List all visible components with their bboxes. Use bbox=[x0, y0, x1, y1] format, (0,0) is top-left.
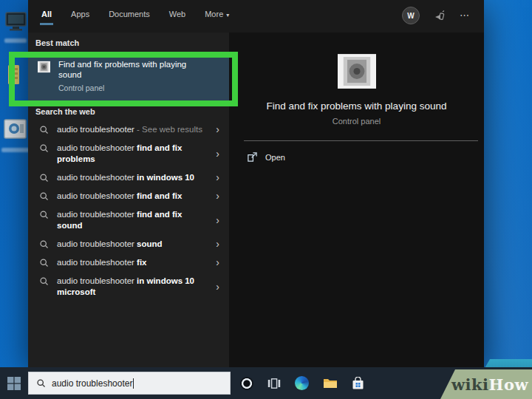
taskbar-icons bbox=[240, 376, 364, 390]
suggestion-text: audio troubleshooter find and fix proble… bbox=[57, 143, 205, 165]
chevron-right-icon[interactable]: › bbox=[216, 282, 219, 293]
watermark-wiki-text: wiki bbox=[451, 375, 489, 394]
chevron-right-icon[interactable]: › bbox=[216, 172, 219, 183]
chevron-right-icon[interactable]: › bbox=[216, 149, 219, 160]
chevron-right-icon[interactable]: › bbox=[216, 239, 219, 250]
suggestion-text: audio troubleshooter fix bbox=[57, 257, 205, 268]
user-avatar[interactable]: W bbox=[402, 7, 420, 24]
search-the-web-header: Search the web bbox=[35, 107, 95, 116]
microsoft-store-icon[interactable] bbox=[352, 377, 364, 390]
edge-browser-icon[interactable] bbox=[295, 376, 309, 390]
chevron-right-icon[interactable]: › bbox=[216, 257, 219, 268]
suggestion-text: audio troubleshooter find and fix bbox=[57, 191, 205, 202]
text-cursor bbox=[133, 378, 134, 389]
search-icon bbox=[39, 191, 49, 201]
feedback-icon[interactable] bbox=[434, 10, 446, 21]
suggestion-text: audio troubleshooter in windows 10 micro… bbox=[57, 276, 205, 298]
icon-label-smudge bbox=[1, 148, 30, 152]
best-match-header: Best match bbox=[35, 38, 79, 47]
suggestion-completion: fix bbox=[137, 258, 146, 267]
search-icon bbox=[39, 125, 49, 134]
tab-apps-label: Apps bbox=[71, 10, 89, 18]
suggestion-text: audio troubleshooter sound bbox=[57, 239, 205, 250]
tab-documents-label: Documents bbox=[109, 10, 150, 18]
search-icon bbox=[39, 143, 49, 153]
open-icon bbox=[247, 151, 258, 163]
icon-label-smudge bbox=[4, 38, 27, 43]
best-match-subtitle: Control panel bbox=[58, 83, 210, 92]
suggestion-completion: find and fix bbox=[137, 191, 182, 200]
tab-all-label: All bbox=[41, 10, 52, 18]
troubleshooter-icon-large bbox=[338, 54, 376, 89]
tab-more[interactable]: More▾ bbox=[205, 10, 229, 25]
open-label: Open bbox=[265, 153, 285, 162]
search-suggestion-row[interactable]: audio troubleshooter - See web results › bbox=[28, 120, 229, 139]
search-icon bbox=[39, 258, 49, 267]
suggestion-typed: audio troubleshooter bbox=[57, 125, 134, 134]
chevron-right-icon[interactable]: › bbox=[216, 191, 219, 202]
suggestion-text: audio troubleshooter find and fix sound bbox=[57, 209, 205, 231]
taskbar-search-input[interactable]: audio troubleshooter bbox=[28, 372, 231, 395]
suggestion-text: audio troubleshooter in windows 10 bbox=[57, 172, 205, 183]
chevron-right-icon[interactable]: › bbox=[216, 124, 219, 135]
suggestion-typed: audio troubleshooter bbox=[57, 173, 137, 182]
search-suggestion-row[interactable]: audio troubleshooter find and fix › bbox=[28, 187, 229, 205]
desktop-wallpaper: All Apps Documents Web More▾ W bbox=[0, 0, 532, 399]
search-suggestion-row[interactable]: audio troubleshooter sound › bbox=[28, 235, 229, 253]
taskbar-search-value: audio troubleshooter bbox=[52, 378, 132, 389]
search-suggestion-row[interactable]: audio troubleshooter in windows 10 › bbox=[28, 168, 229, 187]
task-view-icon[interactable] bbox=[267, 377, 281, 390]
best-match-text: Find and fix problems with playing sound… bbox=[58, 54, 210, 101]
search-icon bbox=[39, 173, 49, 183]
troubleshooter-icon bbox=[38, 61, 50, 73]
suggestion-completion: sound bbox=[137, 239, 163, 248]
chevron-down-icon: ▾ bbox=[226, 12, 229, 18]
open-action[interactable]: Open bbox=[247, 151, 285, 163]
watermark-how-text: How bbox=[489, 375, 528, 394]
more-options-icon[interactable]: ⋯ bbox=[460, 7, 471, 24]
tab-more-label: More bbox=[205, 10, 223, 18]
suggestion-completion: in windows 10 bbox=[137, 173, 194, 182]
search-icon bbox=[39, 210, 49, 219]
tab-web[interactable]: Web bbox=[169, 10, 185, 25]
file-icon bbox=[7, 64, 21, 92]
start-button-icon[interactable] bbox=[7, 376, 21, 391]
file-explorer-icon[interactable] bbox=[323, 377, 338, 390]
suggestion-typed: audio troubleshooter bbox=[57, 191, 137, 200]
computer-icon bbox=[4, 10, 28, 40]
tab-all[interactable]: All bbox=[41, 10, 52, 25]
search-suggestions: audio troubleshooter - See web results ›… bbox=[28, 120, 229, 301]
preview-subtitle: Control panel bbox=[229, 117, 484, 126]
control-panel-icon bbox=[3, 118, 28, 146]
desktop-icon-file[interactable] bbox=[7, 64, 21, 95]
suggestion-suffix: - See web results bbox=[134, 125, 202, 134]
desktop-icon-control-panel[interactable] bbox=[3, 118, 28, 149]
preview-title: Find and fix problems with playing sound bbox=[229, 100, 484, 112]
search-suggestion-row[interactable]: audio troubleshooter find and fix sound … bbox=[28, 205, 229, 235]
suggestion-typed: audio troubleshooter bbox=[57, 258, 137, 267]
best-match-result[interactable]: Find and fix problems with playing sound… bbox=[28, 54, 229, 101]
suggestion-text: audio troubleshooter - See web results bbox=[57, 124, 205, 135]
tab-web-label: Web bbox=[169, 10, 185, 18]
divider bbox=[244, 140, 478, 141]
search-suggestion-row[interactable]: audio troubleshooter fix › bbox=[28, 253, 229, 272]
cortana-icon[interactable] bbox=[240, 377, 253, 390]
tab-apps[interactable]: Apps bbox=[71, 10, 89, 25]
search-results-pane: Best match Find and fix problems with pl… bbox=[28, 33, 229, 367]
tabbar-right-icons: W ⋯ bbox=[402, 7, 471, 24]
search-icon bbox=[39, 239, 49, 249]
tab-documents[interactable]: Documents bbox=[109, 10, 150, 25]
suggestion-typed: audio troubleshooter bbox=[57, 143, 137, 152]
desktop-icon-computer[interactable] bbox=[4, 10, 28, 43]
suggestion-typed: audio troubleshooter bbox=[57, 210, 137, 219]
search-suggestion-row[interactable]: audio troubleshooter find and fix proble… bbox=[28, 139, 229, 168]
search-icon bbox=[39, 276, 49, 286]
search-suggestion-row[interactable]: audio troubleshooter in windows 10 micro… bbox=[28, 272, 229, 301]
search-filter-tabbar: All Apps Documents Web More▾ W bbox=[28, 0, 484, 33]
result-preview-pane: Find and fix problems with playing sound… bbox=[229, 33, 484, 367]
best-match-title: Find and fix problems with playing sound bbox=[58, 59, 210, 80]
search-window: All Apps Documents Web More▾ W bbox=[28, 0, 484, 367]
suggestion-typed: audio troubleshooter bbox=[57, 239, 137, 248]
chevron-right-icon[interactable]: › bbox=[216, 215, 219, 226]
avatar-initial: W bbox=[407, 12, 414, 20]
